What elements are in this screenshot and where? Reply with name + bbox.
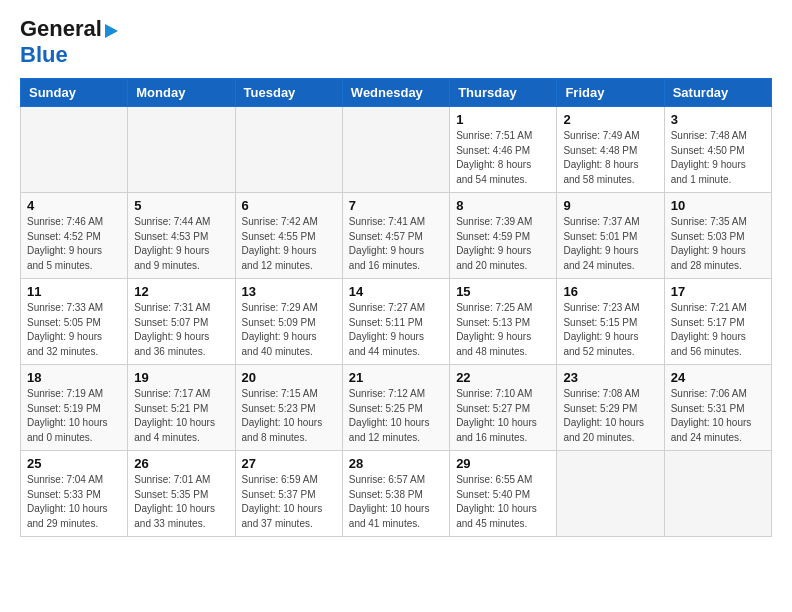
calendar-cell <box>342 107 449 193</box>
day-detail: Sunrise: 6:59 AM Sunset: 5:37 PM Dayligh… <box>242 473 336 531</box>
header: General Blue <box>20 16 772 68</box>
logo-general: General <box>20 16 102 42</box>
calendar-cell <box>664 451 771 537</box>
calendar-cell <box>21 107 128 193</box>
calendar-cell <box>557 451 664 537</box>
day-number: 21 <box>349 370 443 385</box>
day-number: 28 <box>349 456 443 471</box>
calendar-week-1: 1Sunrise: 7:51 AM Sunset: 4:46 PM Daylig… <box>21 107 772 193</box>
calendar-cell: 2Sunrise: 7:49 AM Sunset: 4:48 PM Daylig… <box>557 107 664 193</box>
day-number: 5 <box>134 198 228 213</box>
calendar: SundayMondayTuesdayWednesdayThursdayFrid… <box>20 78 772 537</box>
day-number: 18 <box>27 370 121 385</box>
calendar-cell: 23Sunrise: 7:08 AM Sunset: 5:29 PM Dayli… <box>557 365 664 451</box>
weekday-header-sunday: Sunday <box>21 79 128 107</box>
weekday-header-tuesday: Tuesday <box>235 79 342 107</box>
day-number: 10 <box>671 198 765 213</box>
day-detail: Sunrise: 7:39 AM Sunset: 4:59 PM Dayligh… <box>456 215 550 273</box>
calendar-week-2: 4Sunrise: 7:46 AM Sunset: 4:52 PM Daylig… <box>21 193 772 279</box>
logo-blue: Blue <box>20 42 68 67</box>
day-detail: Sunrise: 7:31 AM Sunset: 5:07 PM Dayligh… <box>134 301 228 359</box>
calendar-cell: 6Sunrise: 7:42 AM Sunset: 4:55 PM Daylig… <box>235 193 342 279</box>
calendar-cell: 28Sunrise: 6:57 AM Sunset: 5:38 PM Dayli… <box>342 451 449 537</box>
day-detail: Sunrise: 7:29 AM Sunset: 5:09 PM Dayligh… <box>242 301 336 359</box>
day-detail: Sunrise: 7:51 AM Sunset: 4:46 PM Dayligh… <box>456 129 550 187</box>
calendar-week-3: 11Sunrise: 7:33 AM Sunset: 5:05 PM Dayli… <box>21 279 772 365</box>
day-detail: Sunrise: 7:41 AM Sunset: 4:57 PM Dayligh… <box>349 215 443 273</box>
day-number: 2 <box>563 112 657 127</box>
day-detail: Sunrise: 7:06 AM Sunset: 5:31 PM Dayligh… <box>671 387 765 445</box>
calendar-cell: 1Sunrise: 7:51 AM Sunset: 4:46 PM Daylig… <box>450 107 557 193</box>
calendar-cell <box>128 107 235 193</box>
day-number: 9 <box>563 198 657 213</box>
day-detail: Sunrise: 7:37 AM Sunset: 5:01 PM Dayligh… <box>563 215 657 273</box>
calendar-body: 1Sunrise: 7:51 AM Sunset: 4:46 PM Daylig… <box>21 107 772 537</box>
weekday-header-thursday: Thursday <box>450 79 557 107</box>
calendar-cell: 26Sunrise: 7:01 AM Sunset: 5:35 PM Dayli… <box>128 451 235 537</box>
calendar-cell: 8Sunrise: 7:39 AM Sunset: 4:59 PM Daylig… <box>450 193 557 279</box>
day-number: 26 <box>134 456 228 471</box>
day-detail: Sunrise: 7:27 AM Sunset: 5:11 PM Dayligh… <box>349 301 443 359</box>
day-detail: Sunrise: 6:57 AM Sunset: 5:38 PM Dayligh… <box>349 473 443 531</box>
day-number: 13 <box>242 284 336 299</box>
calendar-cell: 25Sunrise: 7:04 AM Sunset: 5:33 PM Dayli… <box>21 451 128 537</box>
day-number: 22 <box>456 370 550 385</box>
weekday-header-wednesday: Wednesday <box>342 79 449 107</box>
day-number: 7 <box>349 198 443 213</box>
day-detail: Sunrise: 7:01 AM Sunset: 5:35 PM Dayligh… <box>134 473 228 531</box>
day-detail: Sunrise: 7:46 AM Sunset: 4:52 PM Dayligh… <box>27 215 121 273</box>
calendar-cell: 4Sunrise: 7:46 AM Sunset: 4:52 PM Daylig… <box>21 193 128 279</box>
day-number: 29 <box>456 456 550 471</box>
calendar-cell: 5Sunrise: 7:44 AM Sunset: 4:53 PM Daylig… <box>128 193 235 279</box>
calendar-cell: 16Sunrise: 7:23 AM Sunset: 5:15 PM Dayli… <box>557 279 664 365</box>
day-detail: Sunrise: 7:25 AM Sunset: 5:13 PM Dayligh… <box>456 301 550 359</box>
calendar-cell: 24Sunrise: 7:06 AM Sunset: 5:31 PM Dayli… <box>664 365 771 451</box>
calendar-cell: 17Sunrise: 7:21 AM Sunset: 5:17 PM Dayli… <box>664 279 771 365</box>
day-detail: Sunrise: 7:42 AM Sunset: 4:55 PM Dayligh… <box>242 215 336 273</box>
calendar-cell: 20Sunrise: 7:15 AM Sunset: 5:23 PM Dayli… <box>235 365 342 451</box>
calendar-cell: 11Sunrise: 7:33 AM Sunset: 5:05 PM Dayli… <box>21 279 128 365</box>
calendar-cell: 19Sunrise: 7:17 AM Sunset: 5:21 PM Dayli… <box>128 365 235 451</box>
weekday-header-saturday: Saturday <box>664 79 771 107</box>
day-detail: Sunrise: 7:21 AM Sunset: 5:17 PM Dayligh… <box>671 301 765 359</box>
day-number: 20 <box>242 370 336 385</box>
calendar-cell: 10Sunrise: 7:35 AM Sunset: 5:03 PM Dayli… <box>664 193 771 279</box>
day-detail: Sunrise: 6:55 AM Sunset: 5:40 PM Dayligh… <box>456 473 550 531</box>
day-detail: Sunrise: 7:10 AM Sunset: 5:27 PM Dayligh… <box>456 387 550 445</box>
calendar-cell: 7Sunrise: 7:41 AM Sunset: 4:57 PM Daylig… <box>342 193 449 279</box>
day-number: 3 <box>671 112 765 127</box>
day-detail: Sunrise: 7:49 AM Sunset: 4:48 PM Dayligh… <box>563 129 657 187</box>
day-detail: Sunrise: 7:08 AM Sunset: 5:29 PM Dayligh… <box>563 387 657 445</box>
day-detail: Sunrise: 7:15 AM Sunset: 5:23 PM Dayligh… <box>242 387 336 445</box>
day-number: 12 <box>134 284 228 299</box>
day-detail: Sunrise: 7:33 AM Sunset: 5:05 PM Dayligh… <box>27 301 121 359</box>
calendar-cell: 3Sunrise: 7:48 AM Sunset: 4:50 PM Daylig… <box>664 107 771 193</box>
day-number: 6 <box>242 198 336 213</box>
calendar-cell: 27Sunrise: 6:59 AM Sunset: 5:37 PM Dayli… <box>235 451 342 537</box>
day-number: 23 <box>563 370 657 385</box>
day-number: 19 <box>134 370 228 385</box>
calendar-cell: 29Sunrise: 6:55 AM Sunset: 5:40 PM Dayli… <box>450 451 557 537</box>
day-number: 4 <box>27 198 121 213</box>
day-detail: Sunrise: 7:48 AM Sunset: 4:50 PM Dayligh… <box>671 129 765 187</box>
day-number: 14 <box>349 284 443 299</box>
calendar-cell: 15Sunrise: 7:25 AM Sunset: 5:13 PM Dayli… <box>450 279 557 365</box>
weekday-header-friday: Friday <box>557 79 664 107</box>
day-detail: Sunrise: 7:19 AM Sunset: 5:19 PM Dayligh… <box>27 387 121 445</box>
day-detail: Sunrise: 7:23 AM Sunset: 5:15 PM Dayligh… <box>563 301 657 359</box>
logo: General Blue <box>20 16 118 68</box>
calendar-week-4: 18Sunrise: 7:19 AM Sunset: 5:19 PM Dayli… <box>21 365 772 451</box>
day-detail: Sunrise: 7:17 AM Sunset: 5:21 PM Dayligh… <box>134 387 228 445</box>
day-number: 24 <box>671 370 765 385</box>
day-number: 1 <box>456 112 550 127</box>
calendar-cell: 22Sunrise: 7:10 AM Sunset: 5:27 PM Dayli… <box>450 365 557 451</box>
calendar-cell: 18Sunrise: 7:19 AM Sunset: 5:19 PM Dayli… <box>21 365 128 451</box>
weekday-header-monday: Monday <box>128 79 235 107</box>
day-detail: Sunrise: 7:12 AM Sunset: 5:25 PM Dayligh… <box>349 387 443 445</box>
day-number: 8 <box>456 198 550 213</box>
calendar-cell: 21Sunrise: 7:12 AM Sunset: 5:25 PM Dayli… <box>342 365 449 451</box>
calendar-cell: 9Sunrise: 7:37 AM Sunset: 5:01 PM Daylig… <box>557 193 664 279</box>
day-number: 27 <box>242 456 336 471</box>
calendar-cell <box>235 107 342 193</box>
day-number: 11 <box>27 284 121 299</box>
